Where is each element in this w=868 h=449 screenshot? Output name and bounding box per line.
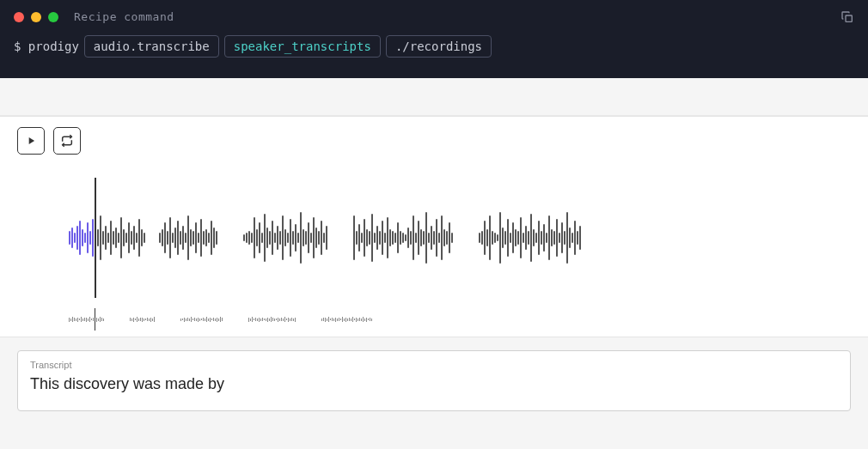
waveform-container[interactable] <box>0 165 868 337</box>
prompt: $ prodigy <box>14 39 79 53</box>
command-line: $ prodigy audio.transcribe speaker_trans… <box>14 35 854 58</box>
play-button[interactable] <box>17 127 45 155</box>
minimap-cursor[interactable] <box>95 308 95 331</box>
terminal-title: Recipe command <box>74 10 174 23</box>
command-source: ./recordings <box>386 35 492 58</box>
audio-controls <box>0 117 868 165</box>
command-dataset: speaker_transcripts <box>224 35 381 58</box>
window-maximize-dot[interactable] <box>48 12 58 22</box>
terminal-header: Recipe command <box>14 10 854 23</box>
window-minimize-dot[interactable] <box>31 12 41 22</box>
content-area <box>0 116 868 337</box>
command-recipe: audio.transcribe <box>84 35 219 58</box>
waveform-minimap[interactable] <box>69 311 851 328</box>
transcript-box: Transcript <box>17 350 851 411</box>
playhead-cursor[interactable] <box>95 178 96 298</box>
svg-rect-0 <box>846 15 852 21</box>
terminal: Recipe command $ prodigy audio.transcrib… <box>0 0 868 78</box>
window-close-dot[interactable] <box>14 12 24 22</box>
transcript-label: Transcript <box>30 360 838 370</box>
waveform-main[interactable] <box>69 182 851 294</box>
loop-button[interactable] <box>53 127 81 155</box>
transcript-input[interactable] <box>30 375 838 393</box>
copy-icon[interactable] <box>840 10 854 27</box>
